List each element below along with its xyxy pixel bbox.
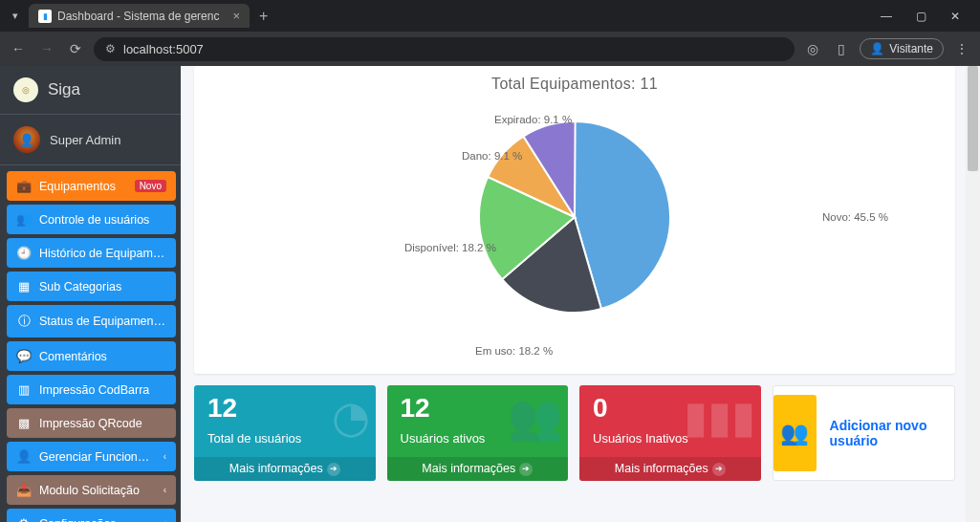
card-inactive-users: ▮▮▮ 0 Usuários Inativos Mais informações — [579, 385, 761, 481]
users-icon: 👥 — [16, 212, 32, 227]
sidebar-item-label: Sub Categorias — [39, 280, 166, 294]
chart-label-expirado: Expirado: 9.1 % — [494, 114, 572, 125]
add-user-link[interactable]: Adicionar novo usuário — [830, 418, 954, 448]
scrollbar-thumb[interactable] — [968, 66, 978, 171]
nav-back-button[interactable]: ← — [8, 41, 29, 56]
arrow-icon — [327, 463, 340, 476]
nav-reload-button[interactable]: ⟳ — [65, 41, 86, 56]
arrow-icon — [519, 463, 533, 476]
sidebar-item-0[interactable]: 💼EquipamentosNovo — [7, 171, 176, 201]
chat-icon: 💬 — [16, 349, 32, 363]
browser-address-bar: ← → ⟳ ⚙ localhost:5007 ◎ ▯ 👤 Visitante ⋮ — [0, 32, 980, 66]
sidebar-item-label: Equipamentos — [39, 180, 127, 193]
chart-panel: Total Equipamentos: 11 Novo: 45.5 % Em u… — [194, 66, 955, 374]
card-total-users: ◔ 12 Total de usuários Mais informações — [194, 385, 376, 481]
gear-icon: ⚙ — [16, 516, 32, 522]
tab-favicon: ▮ — [38, 10, 52, 23]
inbox-icon: 📥 — [16, 483, 32, 497]
card-add-user[interactable]: 👥 Adicionar novo usuário — [773, 385, 956, 481]
browser-profile-button[interactable]: 👤 Visitante — [860, 38, 944, 59]
user-row[interactable]: 👤 Super Admin — [0, 115, 181, 165]
chevron-left-icon: ‹ — [163, 451, 166, 462]
history-icon: 🕘 — [16, 246, 32, 260]
new-tab-button[interactable]: + — [259, 8, 268, 25]
pie-icon: ◔ — [332, 391, 370, 443]
window-close-button[interactable]: ✕ — [938, 10, 972, 23]
sidebar-item-label: Gerenciar Funcionários — [39, 450, 156, 464]
url-text: localhost:5007 — [123, 42, 204, 56]
sidebar-item-7[interactable]: ▩Impressão QRcode — [7, 408, 176, 438]
profile-icon: 👤 — [870, 42, 884, 55]
user-cog-icon: 👤 — [16, 449, 32, 464]
scrollbar[interactable] — [966, 66, 980, 522]
chevron-left-icon: ‹ — [163, 518, 166, 522]
sidebar-item-label: Impressão CodBarra — [39, 383, 166, 397]
sidebar-item-label: Impressão QRcode — [39, 417, 166, 430]
user-name: Super Admin — [50, 133, 120, 147]
sidebar-item-9[interactable]: 📥Modulo Solicitação‹ — [7, 475, 176, 505]
briefcase-icon: 💼 — [16, 179, 32, 193]
badge-novo: Novo — [135, 180, 166, 192]
site-info-icon[interactable]: ⚙ — [105, 42, 116, 55]
brand-logo: ◎ — [13, 77, 38, 102]
sidebar: ◎ Siga 👤 Super Admin 💼EquipamentosNovo👥C… — [0, 66, 181, 522]
browser-menu-button[interactable]: ⋮ — [951, 41, 972, 56]
qrcode-icon: ▩ — [16, 416, 32, 430]
window-minimize-button[interactable]: — — [869, 10, 904, 23]
card-footer-link[interactable]: Mais informações — [194, 457, 376, 481]
bars-icon: ▮▮▮ — [684, 391, 755, 443]
brand-name: Siga — [48, 80, 80, 99]
info-icon: ⓘ — [16, 313, 32, 330]
chart-label-dano: Dano: 9.1 % — [462, 150, 522, 162]
user-plus-icon: 👥 — [508, 391, 562, 443]
sidebar-item-4[interactable]: ⓘStatus de Equipamentos — [7, 305, 176, 337]
sidebar-item-1[interactable]: 👥Controle de usuários — [7, 205, 176, 234]
url-input[interactable]: ⚙ localhost:5007 — [94, 37, 795, 61]
chart-wrap: Novo: 45.5 % Em uso: 18.2 % Disponível: … — [206, 98, 944, 357]
sidebar-item-2[interactable]: 🕘Histórico de Equipamentos — [7, 238, 176, 268]
sidebar-item-label: Modulo Solicitação — [39, 484, 156, 497]
sidebar-item-label: Comentários — [39, 350, 166, 363]
browser-titlebar: ▾ ▮ Dashboard - Sistema de gerenc × + — … — [0, 0, 980, 32]
card-footer-link[interactable]: Mais informações — [579, 457, 761, 481]
avatar: 👤 — [13, 126, 40, 153]
chart-label-emuso: Em uso: 18.2 % — [475, 345, 553, 357]
location-icon[interactable]: ◎ — [802, 41, 823, 56]
sidebar-item-10[interactable]: ⚙Configurações‹ — [7, 509, 176, 522]
tab-close-icon[interactable]: × — [232, 9, 240, 23]
barcode-icon: ▥ — [16, 382, 32, 397]
window-maximize-button[interactable]: ▢ — [904, 10, 938, 23]
nav-forward-button[interactable]: → — [36, 41, 57, 56]
chart-label-disponivel: Disponível: 18.2 % — [404, 242, 496, 253]
chevron-left-icon: ‹ — [163, 485, 166, 495]
sidebar-item-label: Configurações — [39, 517, 156, 523]
brand[interactable]: ◎ Siga — [0, 66, 181, 115]
chart-title: Total Equipamentos: 11 — [206, 76, 944, 93]
card-footer-link[interactable]: Mais informações — [387, 457, 569, 481]
browser-tab[interactable]: ▮ Dashboard - Sistema de gerenc × — [29, 4, 250, 28]
sidebar-item-6[interactable]: ▥Impressão CodBarra — [7, 375, 176, 404]
sidebar-menu: 💼EquipamentosNovo👥Controle de usuários🕘H… — [0, 165, 181, 522]
arrow-icon — [712, 463, 726, 476]
tab-title: Dashboard - Sistema de gerenc — [57, 10, 219, 23]
sidebar-item-label: Status de Equipamentos — [39, 315, 166, 328]
sidebar-item-label: Histórico de Equipamentos — [39, 247, 166, 260]
profile-label: Visitante — [889, 42, 933, 55]
sidebar-item-3[interactable]: ▦Sub Categorias — [7, 272, 176, 301]
sidebar-item-5[interactable]: 💬Comentários — [7, 341, 176, 371]
users-icon: 👥 — [773, 395, 817, 471]
grid-icon: ▦ — [16, 279, 32, 294]
sidebar-item-label: Controle de usuários — [39, 213, 166, 227]
reader-icon[interactable]: ▯ — [831, 41, 852, 56]
main-content: Total Equipamentos: 11 Novo: 45.5 % Em u… — [181, 66, 980, 522]
card-active-users: 👥 12 Usuários ativos Mais informações — [387, 385, 569, 481]
sidebar-item-8[interactable]: 👤Gerenciar Funcionários‹ — [7, 442, 176, 471]
cards-row: ◔ 12 Total de usuários Mais informações … — [194, 385, 955, 481]
chart-label-novo: Novo: 45.5 % — [822, 211, 888, 223]
tablist-toggle-icon[interactable]: ▾ — [8, 10, 23, 22]
pie-chart — [469, 112, 680, 322]
